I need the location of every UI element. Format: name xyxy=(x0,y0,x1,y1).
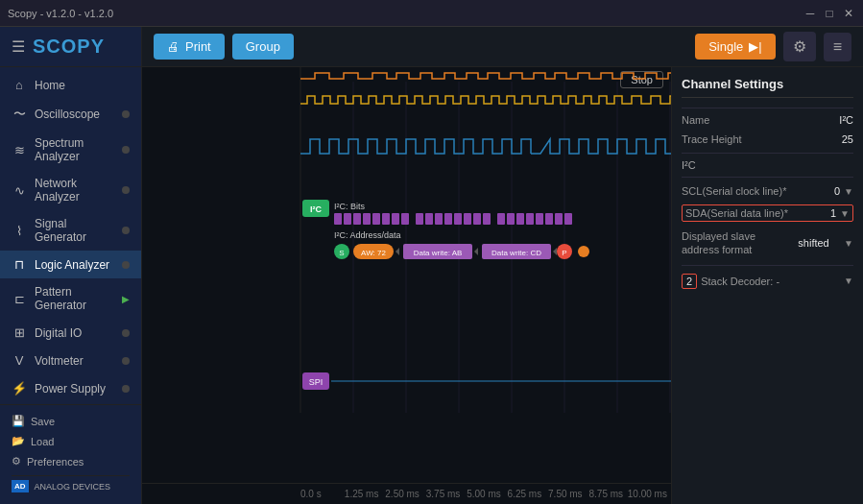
sidebar-item-label: Power Supply xyxy=(35,382,114,396)
sidebar: ☰ SCOPY ⌂ Home 〜 Oscilloscope ≋ Spectrum… xyxy=(0,27,142,504)
timeline-tick-0: 0.0 s xyxy=(300,489,341,499)
single-label: Single xyxy=(708,39,743,54)
svg-rect-31 xyxy=(516,213,524,225)
svg-marker-42 xyxy=(396,248,399,255)
sda-row[interactable]: SDA(Serial data line)* 1 ▼ xyxy=(682,204,853,222)
nav-dot xyxy=(122,227,130,234)
svg-rect-21 xyxy=(416,213,423,225)
stack-decoder-row[interactable]: 2 Stack Decoder: - ▼ xyxy=(682,272,853,291)
print-button[interactable]: 🖨 Print xyxy=(154,34,225,60)
divider-2 xyxy=(682,153,853,154)
sidebar-item-signal[interactable]: ⌇ Signal Generator xyxy=(0,210,141,251)
nav-dot xyxy=(122,110,130,118)
svg-rect-30 xyxy=(507,213,515,225)
pattern-icon: ⊏ xyxy=(12,292,27,306)
sidebar-nav: ⌂ Home 〜 Oscilloscope ≋ Spectrum Analyze… xyxy=(0,67,141,404)
addr-format-value: shifted xyxy=(798,237,828,249)
svg-text:P: P xyxy=(562,249,566,257)
window-controls[interactable]: ─ □ ✕ xyxy=(803,7,855,20)
single-button[interactable]: Single ▶| xyxy=(695,34,776,60)
trace-height-value: 25 xyxy=(842,133,853,145)
svg-text:SPI: SPI xyxy=(309,377,324,387)
svg-rect-16 xyxy=(363,213,371,225)
svg-rect-17 xyxy=(372,213,380,225)
play-icon: ▶| xyxy=(749,39,761,54)
nav-dot xyxy=(122,357,130,365)
svg-rect-32 xyxy=(526,213,534,225)
sidebar-item-label: Signal Generator xyxy=(35,217,114,244)
svg-point-51 xyxy=(578,246,589,257)
oscilloscope-icon: 〜 xyxy=(12,106,27,123)
logo-text: SCOPY xyxy=(33,36,105,58)
stack-chevron-icon: ▼ xyxy=(844,276,853,286)
preferences-button[interactable]: ⚙ Preferences xyxy=(12,453,130,469)
save-icon: 💾 xyxy=(12,415,25,427)
nav-dot xyxy=(122,146,130,154)
nav-dot xyxy=(122,261,130,269)
timeline-tick-4: 5.00 ms xyxy=(464,489,504,499)
group-button[interactable]: Group xyxy=(232,34,294,60)
svg-rect-22 xyxy=(425,213,433,225)
name-value: I²C xyxy=(839,114,853,126)
sidebar-item-label: Oscilloscope xyxy=(35,108,114,121)
trace-height-label: Trace Height xyxy=(682,133,742,145)
svg-rect-29 xyxy=(497,213,505,225)
menu-button[interactable]: ≡ xyxy=(824,33,851,61)
sidebar-item-logic[interactable]: ⊓ Logic Analyzer xyxy=(0,251,141,278)
sidebar-item-spectrum[interactable]: ≋ Spectrum Analyzer xyxy=(0,130,141,170)
timeline: 0.0 s 1.25 ms 2.50 ms 3.75 ms 5.00 ms 6.… xyxy=(142,483,671,504)
save-button[interactable]: 💾 Save xyxy=(12,413,130,429)
maximize-button[interactable]: □ xyxy=(823,7,836,20)
sidebar-item-label: Digital IO xyxy=(35,326,114,340)
sda-value: 1 xyxy=(817,207,836,219)
timeline-tick-1: 1.25 ms xyxy=(341,489,381,499)
name-label: Name xyxy=(682,114,709,126)
analog-box: AD xyxy=(12,480,29,492)
sda-label: SDA(Serial data line)* xyxy=(685,207,817,219)
svg-rect-25 xyxy=(454,213,462,225)
sidebar-item-network[interactable]: ∿ Network Analyzer xyxy=(0,170,141,210)
hamburger-icon[interactable]: ☰ xyxy=(12,37,25,56)
waveform-area: Stop xyxy=(142,67,863,504)
sidebar-item-pattern[interactable]: ⊏ Pattern Generator ▶ xyxy=(0,278,141,319)
nav-dot xyxy=(122,329,130,337)
timeline-tick-7: 8.75 ms xyxy=(586,489,626,499)
toolbar-left: 🖨 Print Group xyxy=(154,34,294,60)
svg-rect-27 xyxy=(473,213,481,225)
sidebar-footer: 💾 Save 📂 Load ⚙ Preferences AD ANALOG DE… xyxy=(0,404,141,504)
close-button[interactable]: ✕ xyxy=(842,7,855,20)
sidebar-item-power[interactable]: ⚡ Power Supply xyxy=(0,374,141,402)
sidebar-item-label: Logic Analyzer xyxy=(35,258,114,272)
timeline-tick-8: 10.00 ms xyxy=(627,489,671,499)
toolbar-right: Single ▶| ⚙ ≡ xyxy=(695,32,851,61)
scl-row[interactable]: SCL(Serial clock line)* 0 ▼ xyxy=(682,183,853,199)
sidebar-item-label: Home xyxy=(35,79,130,92)
sidebar-item-label: Network Analyzer xyxy=(35,177,114,204)
svg-rect-26 xyxy=(464,213,471,225)
toolbar: 🖨 Print Group Single ▶| ⚙ ≡ xyxy=(142,27,863,67)
app-container: ☰ SCOPY ⌂ Home 〜 Oscilloscope ≋ Spectrum… xyxy=(0,27,863,504)
home-icon: ⌂ xyxy=(12,78,27,92)
addr-format-label: Displayed slave address format xyxy=(682,229,787,257)
load-button[interactable]: 📂 Load xyxy=(12,433,130,449)
load-label: Load xyxy=(31,436,54,447)
scl-label: SCL(Serial clock line)* xyxy=(682,185,821,197)
analog-devices-logo: AD ANALOG DEVICES xyxy=(12,475,130,496)
minimize-button[interactable]: ─ xyxy=(803,7,817,20)
addr-format-row[interactable]: Displayed slave address format shifted ▼ xyxy=(682,228,853,259)
group-label: Group xyxy=(246,39,280,54)
svg-text:AW: 72: AW: 72 xyxy=(361,249,386,257)
print-label: Print xyxy=(185,39,211,54)
sidebar-item-digital[interactable]: ⊞ Digital IO xyxy=(0,319,141,347)
settings-button[interactable]: ⚙ xyxy=(783,32,816,61)
titlebar-title: Scopy - v1.2.0 - v1.2.0 xyxy=(8,8,113,19)
spectrum-icon: ≋ xyxy=(12,143,27,157)
voltmeter-icon: V xyxy=(12,353,27,368)
sidebar-item-home[interactable]: ⌂ Home xyxy=(0,71,141,99)
svg-marker-45 xyxy=(474,248,478,255)
sidebar-item-oscilloscope[interactable]: 〜 Oscilloscope xyxy=(0,99,141,130)
sidebar-item-voltmeter[interactable]: V Voltmeter xyxy=(0,347,141,374)
logic-icon: ⊓ xyxy=(12,257,27,272)
gear-icon: ⚙ xyxy=(793,38,806,55)
sidebar-item-label: Pattern Generator xyxy=(35,285,114,312)
